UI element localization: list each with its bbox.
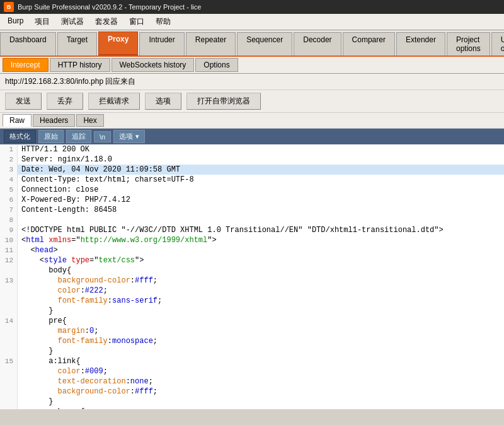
- code-line-15e: }: [0, 397, 504, 407]
- code-line-14c: font-family:monospace;: [0, 336, 504, 346]
- code-line-5: 5 Connection: close: [0, 185, 504, 195]
- code-line-13b: color:#222;: [0, 286, 504, 296]
- sfmt-dropdown-arrow-icon: ▾: [135, 132, 139, 141]
- tab-repeater[interactable]: Repeater: [186, 32, 236, 55]
- sfmt-newline-button[interactable]: \n: [94, 131, 111, 143]
- tab-decoder[interactable]: Decoder: [294, 32, 341, 55]
- code-line-13d: }: [0, 306, 504, 316]
- forward-button[interactable]: 发送: [5, 93, 42, 110]
- sfmt-options-dropdown[interactable]: 选项 ▾: [113, 130, 145, 143]
- subtab-websockets-history[interactable]: WebSockets history: [112, 58, 195, 72]
- menu-project[interactable]: 项目: [30, 15, 55, 28]
- menu-window[interactable]: 窗口: [124, 15, 149, 28]
- code-line-15c: text-decoration:none;: [0, 376, 504, 387]
- menu-bar: Burp 项目 测试器 套发器 窗口 帮助: [0, 14, 504, 30]
- tab-dashboard[interactable]: Dashboard: [0, 32, 56, 55]
- subtab-http-history[interactable]: HTTP history: [50, 58, 110, 72]
- sfmt-options-label: 选项: [119, 132, 133, 141]
- format-tab-bar: Raw Headers Hex: [0, 113, 504, 129]
- tab-target[interactable]: Target: [57, 32, 97, 55]
- code-line-3: 3 Date: Wed, 04 Nov 2020 11:09:58 GMT: [0, 165, 504, 175]
- subtab-options[interactable]: Options: [195, 58, 238, 72]
- tab-intruder[interactable]: Intruder: [139, 32, 184, 55]
- code-line-6: 6 X-Powered-By: PHP/7.4.12: [0, 195, 504, 205]
- action-bar: 发送 丢弃 拦截请求 选项 打开自带浏览器: [0, 90, 504, 113]
- menu-suite[interactable]: 套发器: [90, 15, 123, 28]
- app-logo: B: [4, 2, 14, 12]
- code-line-16a: 16 a:hover{: [0, 407, 504, 409]
- intercept-button[interactable]: 拦截请求: [88, 93, 140, 110]
- options-button[interactable]: 选项: [145, 93, 181, 110]
- format-tab-headers[interactable]: Headers: [33, 114, 75, 127]
- format-tab-raw[interactable]: Raw: [3, 114, 32, 127]
- code-line-13c: font-family:sans-serif;: [0, 296, 504, 306]
- code-line-14b: margin:0;: [0, 326, 504, 336]
- code-area: 1 HTTP/1.1 200 OK 2 Server: nginx/1.18.0…: [0, 144, 504, 409]
- code-line-12b: body{: [0, 265, 504, 276]
- subformat-bar: 格式化 原始 追踪 \n 选项 ▾: [0, 129, 504, 144]
- menu-tester[interactable]: 测试器: [56, 15, 89, 28]
- code-line-15a: 15 a:link{: [0, 356, 504, 366]
- code-line-14a: 14 pre{: [0, 316, 504, 326]
- main-tab-bar: Dashboard Target Proxy Intruder Repeater…: [0, 30, 504, 57]
- menu-help[interactable]: 帮助: [151, 15, 176, 28]
- code-line-10: 10 <html xmlns="http://www.w3.org/1999/x…: [0, 235, 504, 245]
- code-line-1: 1 HTTP/1.1 200 OK: [0, 144, 504, 154]
- menu-burp[interactable]: Burp: [3, 15, 28, 28]
- url-bar: http://192.168.2.3:80/info.php 回应来自: [0, 74, 504, 90]
- code-line-2: 2 Server: nginx/1.18.0: [0, 154, 504, 165]
- sfmt-format-button[interactable]: 格式化: [4, 130, 36, 143]
- format-tab-hex[interactable]: Hex: [76, 114, 103, 127]
- code-line-12a: 12 <style type="text/css">: [0, 255, 504, 265]
- tab-proxy[interactable]: Proxy: [98, 32, 138, 55]
- code-line-7: 7 Content-Length: 86458: [0, 205, 504, 215]
- subtab-intercept[interactable]: Intercept: [3, 58, 49, 72]
- code-line-14d: }: [0, 346, 504, 356]
- code-line-4: 4 Content-Type: text/html; charset=UTF-8: [0, 175, 504, 185]
- proxy-tab-bar: Intercept HTTP history WebSockets histor…: [0, 57, 504, 74]
- code-line-15b: color:#009;: [0, 366, 504, 376]
- code-line-13a: 13 background-color:#fff;: [0, 276, 504, 286]
- sfmt-raw-button[interactable]: 原始: [38, 130, 64, 143]
- browser-button[interactable]: 打开自带浏览器: [186, 93, 261, 110]
- code-line-9: 9 <!DOCTYPE html PUBLIC "-//W3C//DTD XHT…: [0, 225, 504, 235]
- code-line-15d: background-color:#fff;: [0, 387, 504, 397]
- tab-project-options[interactable]: Project options: [447, 32, 490, 55]
- discard-button[interactable]: 丢弃: [47, 93, 83, 110]
- tab-comparer[interactable]: Comparer: [343, 32, 395, 55]
- code-line-8: 8: [0, 215, 504, 225]
- sfmt-trace-button[interactable]: 追踪: [66, 130, 91, 143]
- title-bar: B Burp Suite Professional v2020.9.2 - Te…: [0, 0, 504, 14]
- app-title: Burp Suite Professional v2020.9.2 - Temp…: [18, 3, 201, 11]
- code-line-11: 11 <head>: [0, 245, 504, 255]
- tab-user-options[interactable]: User options: [491, 32, 504, 55]
- url-text: http://192.168.2.3:80/info.php 回应来自: [5, 77, 135, 86]
- tab-sequencer[interactable]: Sequencer: [237, 32, 292, 55]
- tab-extender[interactable]: Extender: [396, 32, 445, 55]
